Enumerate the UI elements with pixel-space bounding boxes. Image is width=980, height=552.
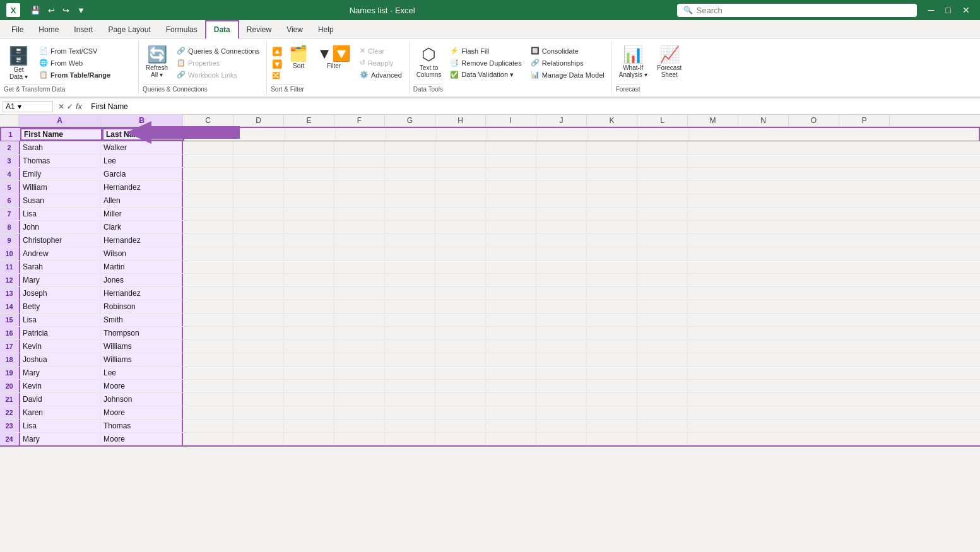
cell-A10[interactable]: Andrew [19, 247, 101, 260]
cell-C8[interactable] [183, 221, 233, 233]
cell-E24[interactable] [284, 433, 334, 445]
cell-D9[interactable] [233, 234, 284, 247]
cell-A23[interactable]: Lisa [19, 420, 101, 432]
cell-L1[interactable] [639, 128, 689, 141]
cell-A18[interactable]: Joshua [19, 353, 101, 366]
cell-F14[interactable] [334, 300, 385, 313]
reapply-button[interactable]: ↺ Reapply [357, 57, 405, 68]
cell-E19[interactable] [284, 367, 334, 379]
cell-L24[interactable] [637, 433, 688, 445]
cell-D21[interactable] [233, 393, 284, 406]
advanced-button[interactable]: ⚙️ Advanced [357, 69, 405, 80]
cell-C22[interactable] [183, 406, 233, 419]
col-header-C[interactable]: C [183, 115, 233, 126]
cell-E12[interactable] [284, 274, 334, 286]
cell-J22[interactable] [536, 406, 587, 419]
cell-H23[interactable] [435, 420, 486, 432]
cell-I19[interactable] [486, 367, 536, 379]
cell-L13[interactable] [637, 287, 688, 300]
cell-I2[interactable] [486, 141, 536, 154]
name-box-dropdown[interactable]: ▾ [18, 102, 21, 111]
cell-F19[interactable] [334, 367, 385, 379]
cell-H6[interactable] [435, 194, 486, 207]
clear-button[interactable]: ✕ Clear [357, 45, 405, 56]
cell-C16[interactable] [183, 327, 233, 339]
confirm-formula-icon[interactable]: ✓ [67, 102, 73, 111]
col-header-K[interactable]: K [587, 115, 637, 126]
cell-F17[interactable] [334, 340, 385, 353]
cell-H10[interactable] [435, 247, 486, 260]
cell-D17[interactable] [233, 340, 284, 353]
cell-F21[interactable] [334, 393, 385, 406]
from-text-csv-button[interactable]: 📄 From Text/CSV [36, 45, 114, 56]
cell-G22[interactable] [385, 406, 435, 419]
cell-K19[interactable] [587, 367, 637, 379]
col-header-H[interactable]: H [435, 115, 486, 126]
cell-I12[interactable] [486, 274, 536, 286]
undo-button[interactable]: ↩ [45, 4, 57, 16]
consolidate-button[interactable]: 🔲 Consolidate [528, 45, 608, 56]
cell-J11[interactable] [536, 261, 587, 273]
text-to-columns-button[interactable]: ⬡ Text toColumns [413, 43, 444, 80]
cell-C12[interactable] [183, 274, 233, 286]
cell-H21[interactable] [435, 393, 486, 406]
cell-C19[interactable] [183, 367, 233, 379]
get-data-button[interactable]: 🗄️ GetData ▾ [4, 43, 33, 83]
cell-J4[interactable] [536, 168, 587, 180]
cell-D13[interactable] [233, 287, 284, 300]
data-validation-button[interactable]: ✅ Data Validation ▾ [447, 69, 524, 80]
cell-G19[interactable] [385, 367, 435, 379]
cell-D22[interactable] [233, 406, 284, 419]
cell-G13[interactable] [385, 287, 435, 300]
cell-C23[interactable] [183, 420, 233, 432]
cell-B18[interactable]: Williams [101, 353, 183, 366]
cell-E13[interactable] [284, 287, 334, 300]
cell-H7[interactable] [435, 208, 486, 220]
cell-D2[interactable] [233, 141, 284, 154]
cell-L19[interactable] [637, 367, 688, 379]
remove-duplicates-button[interactable]: 📑 Remove Duplicates [447, 57, 524, 68]
cell-L12[interactable] [637, 274, 688, 286]
col-header-G[interactable]: G [385, 115, 435, 126]
cell-L8[interactable] [637, 221, 688, 233]
cell-C11[interactable] [183, 261, 233, 273]
cell-J6[interactable] [536, 194, 587, 207]
cell-C5[interactable] [183, 181, 233, 194]
cell-K13[interactable] [587, 287, 637, 300]
cell-J15[interactable] [536, 314, 587, 326]
cell-F5[interactable] [334, 181, 385, 194]
cell-H9[interactable] [435, 234, 486, 247]
cell-J7[interactable] [536, 208, 587, 220]
cell-I14[interactable] [486, 300, 536, 313]
cell-D3[interactable] [233, 155, 284, 167]
what-if-analysis-button[interactable]: 📊 What-IfAnalysis ▾ [616, 43, 651, 80]
cell-I24[interactable] [486, 433, 536, 445]
cell-C17[interactable] [183, 340, 233, 353]
save-button[interactable]: 💾 [28, 4, 43, 16]
cell-K7[interactable] [587, 208, 637, 220]
cell-G12[interactable] [385, 274, 435, 286]
cell-G1[interactable] [386, 128, 437, 141]
maximize-button[interactable]: □ [942, 4, 955, 16]
cell-A3[interactable]: Thomas [19, 155, 101, 167]
cell-G18[interactable] [385, 353, 435, 366]
cell-H17[interactable] [435, 340, 486, 353]
cell-K15[interactable] [587, 314, 637, 326]
sort-custom-button[interactable]: 🔀 [271, 71, 283, 80]
cell-H16[interactable] [435, 327, 486, 339]
cell-D1[interactable] [235, 128, 285, 141]
cell-C20[interactable] [183, 380, 233, 392]
cell-F8[interactable] [334, 221, 385, 233]
cell-D6[interactable] [233, 194, 284, 207]
forecast-sheet-button[interactable]: 📈 ForecastSheet [653, 43, 686, 80]
cell-F24[interactable] [334, 433, 385, 445]
tab-data[interactable]: Data [205, 20, 239, 39]
cell-K24[interactable] [587, 433, 637, 445]
cell-G24[interactable] [385, 433, 435, 445]
cell-C4[interactable] [183, 168, 233, 180]
cell-B5[interactable]: Hernandez [101, 181, 183, 194]
cell-C1[interactable] [184, 128, 235, 141]
cell-G5[interactable] [385, 181, 435, 194]
col-header-I[interactable]: I [486, 115, 536, 126]
col-header-O[interactable]: O [789, 115, 839, 126]
